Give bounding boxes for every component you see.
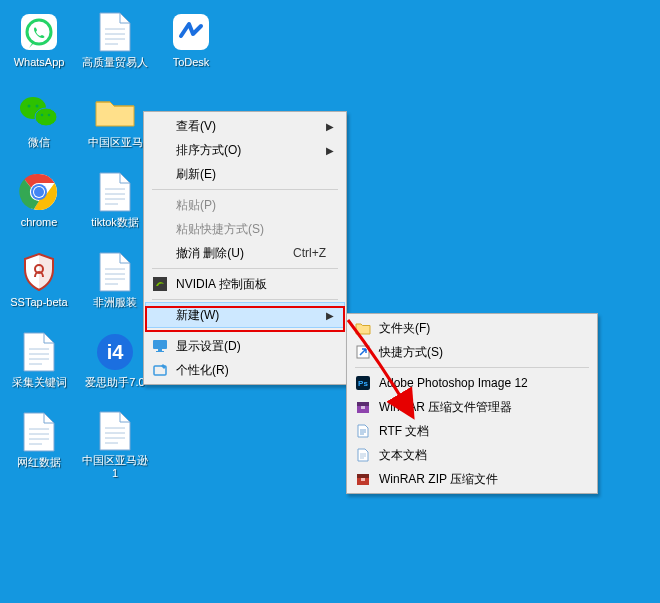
menu-personalize[interactable]: 个性化(R) <box>146 358 344 382</box>
menu-label: WinRAR ZIP 压缩文件 <box>379 471 498 488</box>
desktop-icon-textfile[interactable]: 非洲服装 <box>80 248 150 320</box>
textfile-icon <box>93 250 137 294</box>
svg-rect-42 <box>158 349 162 351</box>
menu-label: 撤消 删除(U) <box>176 245 244 262</box>
menu-label: 新建(W) <box>176 307 219 324</box>
desktop-row: 网红数据 中国区亚马逊1 <box>4 408 226 480</box>
desktop-context-menu: 查看(V) ▶ 排序方式(O) ▶ 刷新(E) 粘贴(P) 粘贴快捷方式(S) … <box>143 111 347 385</box>
menu-sort[interactable]: 排序方式(O) ▶ <box>146 138 344 162</box>
textfile-icon <box>17 330 61 374</box>
menu-label: 排序方式(O) <box>176 142 241 159</box>
winrar-zip-icon <box>355 471 371 487</box>
svg-rect-49 <box>357 402 369 406</box>
display-settings-icon <box>152 338 168 354</box>
submenu-folder[interactable]: 文件夹(F) <box>349 316 595 340</box>
desktop-icon-label: 微信 <box>28 136 50 149</box>
desktop-icon-textfile[interactable]: 高质量贸易人 <box>80 8 150 80</box>
new-submenu: 文件夹(F) 快捷方式(S) Ps Adobe Photoshop Image … <box>346 313 598 494</box>
desktop-row: WhatsApp 高质量贸易人 ToDesk <box>4 8 226 80</box>
svg-text:Ps: Ps <box>358 379 368 388</box>
desktop-icon-folder[interactable]: 中国区亚马 <box>80 88 150 160</box>
whatsapp-icon <box>17 10 61 54</box>
menu-separator <box>152 330 338 331</box>
desktop-icon-whatsapp[interactable]: WhatsApp <box>4 8 74 80</box>
menu-shortcut: Ctrl+Z <box>293 246 326 260</box>
desktop-icon-label: SSTap-beta <box>10 296 67 309</box>
desktop-icon-textfile[interactable]: tiktok数据 <box>80 168 150 240</box>
svg-point-8 <box>35 108 57 126</box>
nvidia-icon <box>152 276 168 292</box>
folder-icon <box>355 320 371 336</box>
menu-label: 显示设置(D) <box>176 338 241 355</box>
menu-label: RTF 文档 <box>379 423 429 440</box>
svg-rect-50 <box>361 406 365 409</box>
svg-point-16 <box>34 187 44 197</box>
textfile-icon <box>93 170 137 214</box>
textfile-icon <box>17 410 61 454</box>
menu-label: Adobe Photoshop Image 12 <box>379 376 528 390</box>
svg-rect-41 <box>153 340 167 349</box>
desktop-icon-todesk[interactable]: ToDesk <box>156 8 226 80</box>
textfile-icon <box>355 447 371 463</box>
svg-rect-40 <box>153 277 167 291</box>
svg-text:i4: i4 <box>107 341 125 363</box>
submenu-shortcut[interactable]: 快捷方式(S) <box>349 340 595 364</box>
shield-icon <box>17 250 61 294</box>
folder-icon <box>93 90 137 134</box>
menu-display-settings[interactable]: 显示设置(D) <box>146 334 344 358</box>
menu-label: 粘贴快捷方式(S) <box>176 221 264 238</box>
svg-rect-43 <box>156 351 164 352</box>
menu-separator <box>152 268 338 269</box>
menu-undo-delete[interactable]: 撤消 删除(U) Ctrl+Z <box>146 241 344 265</box>
desktop-icon-label: 非洲服装 <box>93 296 137 309</box>
submenu-rtf[interactable]: RTF 文档 <box>349 419 595 443</box>
chrome-icon <box>17 170 61 214</box>
todesk-icon <box>169 10 213 54</box>
menu-label: 文件夹(F) <box>379 320 430 337</box>
svg-rect-58 <box>357 474 369 478</box>
menu-label: WinRAR 压缩文件管理器 <box>379 399 512 416</box>
desktop-icon-textfile[interactable]: 采集关键词 <box>4 328 74 400</box>
menu-separator <box>355 367 589 368</box>
menu-label: 刷新(E) <box>176 166 216 183</box>
textfile-icon <box>93 10 137 54</box>
menu-nvidia[interactable]: NVIDIA 控制面板 <box>146 272 344 296</box>
desktop-icon-label: 网红数据 <box>17 456 61 469</box>
svg-rect-59 <box>361 478 365 481</box>
submenu-arrow-icon: ▶ <box>326 121 334 132</box>
desktop-icon-label: tiktok数据 <box>91 216 139 229</box>
menu-label: 文本文档 <box>379 447 427 464</box>
menu-paste-shortcut: 粘贴快捷方式(S) <box>146 217 344 241</box>
desktop-icon-label: 爱思助手7.0 <box>85 376 144 389</box>
wechat-icon <box>17 90 61 134</box>
textfile-icon <box>93 410 137 452</box>
menu-label: 查看(V) <box>176 118 216 135</box>
submenu-psd[interactable]: Ps Adobe Photoshop Image 12 <box>349 371 595 395</box>
menu-separator <box>152 299 338 300</box>
menu-label: NVIDIA 控制面板 <box>176 276 267 293</box>
submenu-txt[interactable]: 文本文档 <box>349 443 595 467</box>
desktop-icon-textfile[interactable]: 网红数据 <box>4 408 74 480</box>
menu-label: 个性化(R) <box>176 362 229 379</box>
desktop-icon-label: 中国区亚马逊1 <box>80 454 150 480</box>
submenu-rar[interactable]: WinRAR 压缩文件管理器 <box>349 395 595 419</box>
photoshop-icon: Ps <box>355 375 371 391</box>
submenu-zip[interactable]: WinRAR ZIP 压缩文件 <box>349 467 595 491</box>
menu-new[interactable]: 新建(W) ▶ <box>146 303 344 327</box>
svg-point-10 <box>36 105 39 108</box>
submenu-arrow-icon: ▶ <box>326 310 334 321</box>
shortcut-icon <box>355 344 371 360</box>
menu-refresh[interactable]: 刷新(E) <box>146 162 344 186</box>
svg-point-12 <box>48 114 51 117</box>
desktop-icon-chrome[interactable]: chrome <box>4 168 74 240</box>
desktop-icon-label: 中国区亚马 <box>88 136 143 149</box>
svg-point-11 <box>41 114 44 117</box>
desktop-icon-label: chrome <box>21 216 58 229</box>
menu-view[interactable]: 查看(V) ▶ <box>146 114 344 138</box>
desktop-icon-textfile[interactable]: 中国区亚马逊1 <box>80 408 150 480</box>
desktop-icon-wechat[interactable]: 微信 <box>4 88 74 160</box>
winrar-icon <box>355 399 371 415</box>
desktop-icon-aisizhushou[interactable]: i4 爱思助手7.0 <box>80 328 150 400</box>
submenu-arrow-icon: ▶ <box>326 145 334 156</box>
desktop-icon-sstap[interactable]: SSTap-beta <box>4 248 74 320</box>
